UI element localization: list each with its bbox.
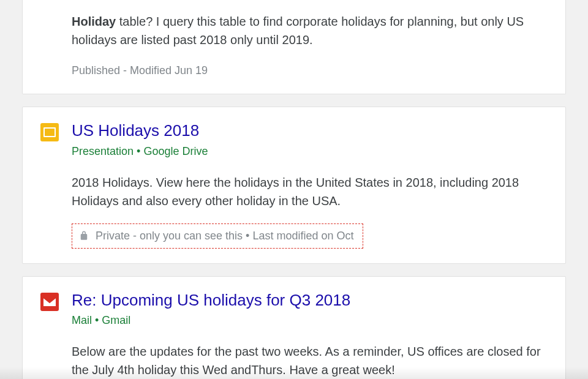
result-source: Presentation • Google Drive xyxy=(72,143,548,160)
source-separator: • xyxy=(134,145,143,157)
source-separator: • xyxy=(92,314,102,326)
result-snippet: 2018 Holidays. View here the holidays in… xyxy=(72,173,548,210)
result-title[interactable]: US Holidays 2018 xyxy=(72,121,548,141)
search-result-card[interactable]: Re: Upcoming US holidays for Q3 2018 Mai… xyxy=(22,276,566,380)
meta-text: Published - Modified Jun 19 xyxy=(72,62,208,79)
result-snippet: Holiday table? I query this table to fin… xyxy=(72,12,548,49)
source-app: Google Drive xyxy=(143,145,208,157)
snippet-bold: Holiday xyxy=(72,15,116,28)
search-result-card[interactable]: Holiday table? I query this table to fin… xyxy=(22,0,566,94)
source-app: Gmail xyxy=(102,314,130,326)
result-title[interactable]: Re: Upcoming US holidays for Q3 2018 xyxy=(72,290,548,310)
mail-icon xyxy=(40,293,59,311)
result-meta: Published - Modified Jun 19 xyxy=(72,62,548,79)
private-meta-text: Private - only you can see this • Last m… xyxy=(96,228,354,244)
snippet-rest: table? I query this table to find corpor… xyxy=(72,15,524,47)
result-snippet: Below are the updates for the past two w… xyxy=(72,342,548,379)
private-meta-callout: Private - only you can see this • Last m… xyxy=(72,223,363,249)
result-source: Mail • Gmail xyxy=(72,312,548,329)
source-type: Mail xyxy=(72,314,92,326)
result-meta: Private - only you can see this • Last m… xyxy=(72,223,548,249)
source-type: Presentation xyxy=(72,145,134,157)
result-icon-slot xyxy=(40,293,59,311)
search-result-card[interactable]: US Holidays 2018 Presentation • Google D… xyxy=(22,107,566,264)
slides-icon xyxy=(40,123,59,141)
lock-icon xyxy=(78,230,89,241)
result-icon-slot xyxy=(40,123,59,141)
